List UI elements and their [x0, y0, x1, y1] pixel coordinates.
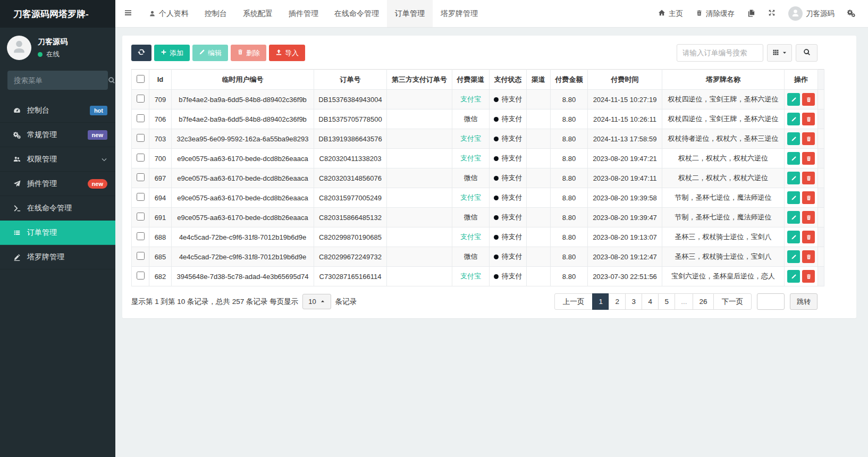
copy-link[interactable]	[741, 0, 762, 27]
nav-item-塔罗牌管理[interactable]: 塔罗牌管理	[433, 0, 486, 27]
import-button[interactable]: 导入	[269, 45, 305, 61]
cell-third-party-no	[387, 90, 452, 109]
dashboard-icon	[12, 107, 21, 114]
top-navbar: 个人资料 控制台 系统配置 插件管理 在线命令管理 订单管理 塔罗牌管理 主页 …	[115, 0, 868, 28]
table-gutter	[818, 70, 824, 90]
page-button-1[interactable]: 1	[592, 293, 609, 310]
edit-button[interactable]: 编辑	[192, 45, 228, 61]
row-checkbox[interactable]	[137, 173, 145, 181]
cell-pay-time: 2024-11-13 17:58:59	[588, 129, 662, 149]
sidebar-item-常规管理[interactable]: 常规管理 new	[0, 123, 115, 147]
row-delete-button[interactable]	[802, 211, 815, 224]
row-checkbox[interactable]	[137, 232, 145, 240]
row-edit-button[interactable]	[787, 250, 800, 263]
page-button-3[interactable]: 3	[625, 293, 642, 310]
sidebar-search-input[interactable]	[14, 77, 108, 84]
search-icon[interactable]	[108, 77, 115, 84]
sidebar-item-插件管理[interactable]: 插件管理 new	[0, 172, 115, 196]
row-edit-button[interactable]	[787, 93, 800, 106]
table-header-row: Id临时用户编号订单号第三方支付订单号付费渠道支付状态渠道付费金额付费时间塔罗牌…	[132, 70, 824, 90]
row-checkbox[interactable]	[137, 193, 145, 201]
row-delete-button[interactable]	[802, 250, 815, 263]
row-checkbox[interactable]	[137, 134, 145, 142]
row-delete-button[interactable]	[802, 132, 815, 145]
row-checkbox[interactable]	[137, 252, 145, 260]
search-button[interactable]	[796, 44, 818, 62]
row-checkbox[interactable]	[137, 213, 145, 221]
status-dot-icon	[494, 137, 499, 141]
nav-item-系统配置[interactable]: 系统配置	[235, 0, 281, 27]
column-header-Id: Id	[149, 70, 172, 90]
row-edit-button[interactable]	[787, 113, 800, 125]
row-edit-button[interactable]	[787, 211, 800, 224]
row-checkbox[interactable]	[137, 154, 145, 162]
cell-qudao	[527, 109, 551, 129]
row-edit-button[interactable]	[787, 270, 800, 283]
cell-pay-channel: 微信	[452, 208, 490, 227]
row-edit-button[interactable]	[787, 191, 800, 204]
badge-hot: hot	[90, 106, 107, 115]
nav-item-在线命令管理[interactable]: 在线命令管理	[326, 0, 387, 27]
clear-cache-link[interactable]: 清除缓存	[689, 0, 741, 27]
cell-amount: 8.80	[551, 208, 588, 227]
sidebar-item-订单管理[interactable]: 订单管理	[0, 221, 115, 245]
page-button-2[interactable]: 2	[609, 293, 626, 310]
nav-item-订单管理[interactable]: 订单管理	[387, 0, 433, 27]
page-button-26[interactable]: 26	[693, 293, 713, 310]
select-all-checkbox[interactable]	[137, 75, 145, 83]
row-delete-button[interactable]	[802, 152, 815, 165]
pagination-bar: 显示第 1 到第 10 条记录，总共 257 条记录 每页显示 10 条记录 上…	[131, 293, 847, 310]
sidebar-toggle-button[interactable]	[115, 0, 141, 27]
cell-third-party-no	[387, 247, 452, 267]
page-size-dropdown[interactable]: 10	[302, 294, 331, 309]
next-page-button[interactable]: 下一页	[713, 293, 752, 310]
nav-item-控制台[interactable]: 控制台	[197, 0, 235, 27]
refresh-button[interactable]	[131, 45, 151, 61]
row-checkbox[interactable]	[137, 95, 145, 103]
sidebar-item-塔罗牌管理[interactable]: 塔罗牌管理	[0, 245, 115, 269]
cell-order-no: DB15375705778500	[314, 109, 387, 129]
row-edit-button[interactable]	[787, 172, 800, 184]
cell-id: 709	[149, 90, 172, 109]
row-delete-button[interactable]	[802, 113, 815, 125]
row-delete-button[interactable]	[802, 231, 815, 243]
table-gutter	[818, 247, 824, 267]
delete-button[interactable]: 删除	[231, 45, 266, 61]
row-edit-button[interactable]	[787, 132, 800, 145]
jump-button[interactable]: 跳转	[790, 293, 818, 310]
row-checkbox[interactable]	[137, 272, 145, 280]
columns-toggle-button[interactable]	[767, 44, 792, 62]
row-delete-button[interactable]	[802, 191, 815, 204]
nav-item-个人资料[interactable]: 个人资料	[141, 0, 197, 27]
prev-page-button[interactable]: 上一页	[554, 293, 593, 310]
sidebar-item-权限管理[interactable]: 权限管理	[0, 147, 115, 172]
row-edit-button[interactable]	[787, 152, 800, 165]
cell-amount: 8.80	[551, 129, 588, 149]
cell-tarot-name: 权杖四逆位，宝剑王牌，圣杯六逆位	[662, 90, 785, 109]
row-delete-button[interactable]	[802, 93, 815, 106]
row-delete-button[interactable]	[802, 172, 815, 184]
cell-third-party-no	[387, 267, 452, 286]
row-delete-button[interactable]	[802, 270, 815, 283]
page-button-5[interactable]: 5	[658, 293, 675, 310]
nav-item-插件管理[interactable]: 插件管理	[281, 0, 326, 27]
cell-pay-status: 待支付	[490, 208, 527, 227]
cell-pay-time: 2023-08-20 19:13:07	[588, 227, 662, 247]
page-button-4[interactable]: 4	[642, 293, 659, 310]
page-button-...: ...	[675, 293, 693, 310]
cell-pay-status: 待支付	[490, 149, 527, 168]
add-button[interactable]: 添加	[154, 45, 190, 61]
settings-menu[interactable]	[841, 0, 862, 27]
row-edit-button[interactable]	[787, 231, 800, 243]
sidebar-item-控制台[interactable]: 控制台 hot	[0, 98, 115, 123]
order-search-input[interactable]	[677, 44, 763, 62]
cell-tarot-name: 权杖四逆位，宝剑王牌，圣杯六逆位	[662, 109, 785, 129]
cell-id: 694	[149, 188, 172, 208]
jump-page-input[interactable]	[757, 293, 785, 310]
row-checkbox[interactable]	[137, 114, 145, 122]
fullscreen-link[interactable]	[762, 0, 782, 27]
sidebar-item-在线命令管理[interactable]: 在线命令管理	[0, 196, 115, 221]
account-menu[interactable]: 刀客源码	[782, 0, 841, 27]
status-dot-icon	[494, 156, 499, 161]
home-link[interactable]: 主页	[652, 0, 689, 27]
